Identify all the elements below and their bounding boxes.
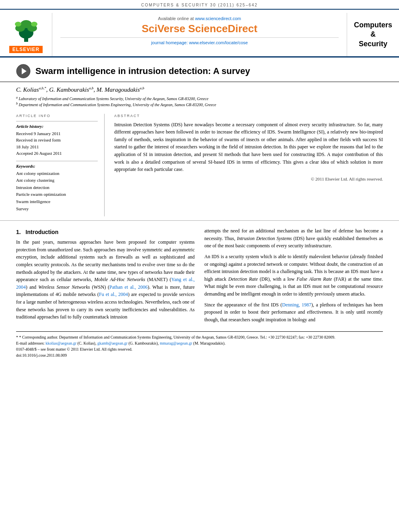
article-title-section: Swarm intelligence in intrusion detectio… <box>0 58 399 82</box>
author2-sup: a,b <box>89 86 93 90</box>
main-content: 1. Introduction In the past years, numer… <box>0 221 399 365</box>
svg-point-5 <box>15 22 21 27</box>
footnote-divider <box>16 331 383 332</box>
affiliations: a Laboratory of Information and Communic… <box>16 96 383 107</box>
authors-line: C. Koliasa,b,*, G. Kambourakisa,b, M. Ma… <box>16 86 383 93</box>
section1-title: 1. Introduction <box>16 229 195 235</box>
revised-label: Received in revised form <box>16 137 98 144</box>
svg-point-4 <box>21 20 32 28</box>
keywords-list: Ant colony optimization Ant colony clust… <box>16 170 98 213</box>
article-icon-title-row: Swarm intelligence in intrusion detectio… <box>16 64 383 78</box>
keyword-4: Particle swarm optimization <box>16 191 98 198</box>
accepted-date: Accepted 26 August 2011 <box>16 150 98 157</box>
journal-header: ELSEVIER Available online at www.science… <box>0 10 399 58</box>
intro-para4: Since the appearance of the first IDS (D… <box>204 301 383 324</box>
author2-name: G. Kambourakis <box>49 86 89 93</box>
author3-name: M. Maragoudakis <box>97 86 140 93</box>
sciverse-part2: ScienceDirect <box>188 23 257 35</box>
keyword-3: Intrusion detection <box>16 184 98 191</box>
keyword-2: Ant colony clustering <box>16 177 98 184</box>
article-info-label: ARTICLE INFO <box>16 114 98 118</box>
available-online-text: Available online at www.sciencedirect.co… <box>60 16 339 21</box>
elsevier-logo: ELSEVIER <box>0 13 52 56</box>
received-date: Received 9 January 2011 <box>16 130 98 137</box>
elsevier-tree-icon <box>12 16 40 44</box>
journal-right-title: Computers&Security <box>354 21 392 49</box>
abstract-copyright: © 2011 Elsevier Ltd. All rights reserved… <box>114 177 383 181</box>
keywords-label: Keywords: <box>16 164 98 168</box>
body-col-left: 1. Introduction In the past years, numer… <box>16 227 195 327</box>
svg-point-6 <box>31 22 37 27</box>
abstract-col: ABSTRACT Intrusion Detection Systems (ID… <box>113 114 383 217</box>
top-bar: COMPUTERS & SECURITY 30 (2011) 625–642 <box>0 0 399 10</box>
author1-sup: a,b,* <box>39 86 46 90</box>
keyword-6: Survey <box>16 205 98 213</box>
affil-b: b Department of Information and Communic… <box>16 102 383 107</box>
article-info-abstract-section: ARTICLE INFO Article history: Received 9… <box>0 110 399 221</box>
intro-para1: In the past years, numerous approaches h… <box>16 238 195 321</box>
article-history-title: Article history: <box>16 124 98 129</box>
abstract-text: Intrusion Detection Systems (IDS) have n… <box>114 121 383 173</box>
body-two-col: 1. Introduction In the past years, numer… <box>16 227 383 327</box>
journal-citation: COMPUTERS & SECURITY 30 (2011) 625–642 <box>141 3 258 7</box>
intro-para3: An IDS is a security system which is abl… <box>204 253 383 298</box>
journal-center: Available online at www.sciencedirect.co… <box>52 13 347 56</box>
keyword-1: Ant colony optimization <box>16 170 98 177</box>
sciverse-title: SciVerse ScienceDirect <box>60 23 339 35</box>
author1-name: C. Kolias <box>16 86 39 93</box>
sciverse-part1: SciVerse <box>142 23 185 35</box>
article-history-group: Article history: Received 9 January 2011… <box>16 121 98 157</box>
revised-date: 18 July 2011 <box>16 144 98 150</box>
article-type-icon <box>16 64 31 78</box>
intro-para2: attempts the need for an additional mech… <box>204 227 383 250</box>
footnote-corresponding: * * Corresponding author. Department of … <box>16 334 383 340</box>
elsevier-label: ELSEVIER <box>9 46 43 53</box>
footnote-doi1: 0167-4048/$ – see front matter © 2011 El… <box>16 346 383 352</box>
abstract-label: ABSTRACT <box>114 114 383 118</box>
keyword-5: Swarm intelligence <box>16 198 98 205</box>
footnote-doi2: doi:10.1016/j.cose.2011.08.009 <box>16 352 383 358</box>
journal-homepage: journal homepage: www.elsevier.com/locat… <box>60 37 339 45</box>
section1-title-text: Introduction <box>26 229 59 235</box>
sciverse-url-link[interactable]: www.sciencedirect.com <box>195 16 241 21</box>
article-title: Swarm intelligence in intrusion detectio… <box>35 66 250 76</box>
journal-right-title-box: Computers&Security <box>347 13 399 56</box>
author3-sup: a,b <box>140 86 144 90</box>
authors-section: C. Koliasa,b,*, G. Kambourakisa,b, M. Ma… <box>0 82 399 110</box>
keywords-group: Keywords: Ant colony optimization Ant co… <box>16 161 98 213</box>
abstract-paragraph: Intrusion Detection Systems (IDS) have n… <box>114 121 383 173</box>
body-col-right: attempts the need for an additional mech… <box>204 227 383 327</box>
footnote-email: E-mail addresses: kkolias@aegean.gr (C. … <box>16 340 383 346</box>
section1-number: 1. <box>16 229 21 235</box>
article-info: ARTICLE INFO Article history: Received 9… <box>16 114 105 217</box>
affil-a: a Laboratory of Information and Communic… <box>16 96 383 101</box>
